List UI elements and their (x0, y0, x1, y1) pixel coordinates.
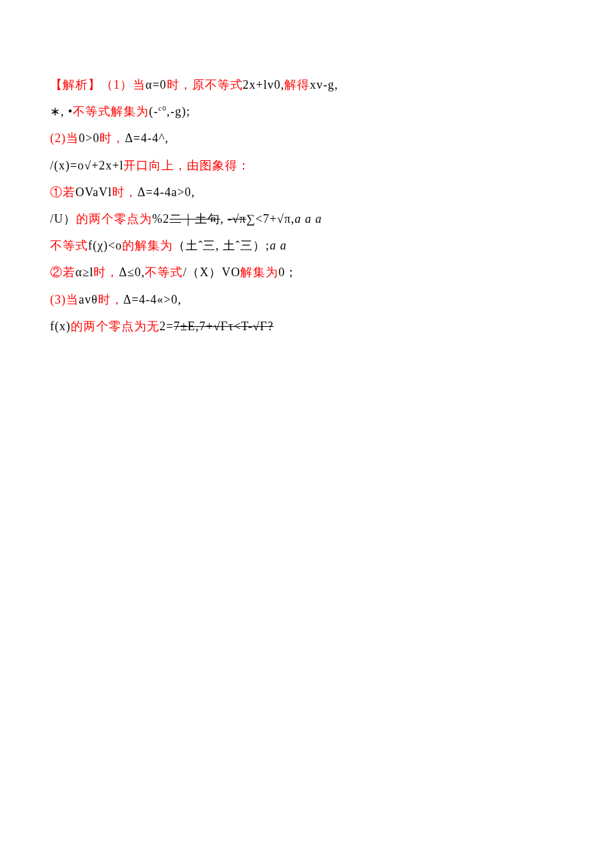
text-segment: ②若 (50, 266, 75, 279)
text-segment: ,-g); (167, 105, 191, 118)
text-line-1: ∗, •不等式解集为(-c0,-g); (50, 100, 564, 123)
text-segment: (2) (50, 131, 66, 145)
text-segment: a a a (295, 212, 322, 226)
text-segment: 的两个零点为 (76, 212, 152, 226)
text-segment: 时， (99, 131, 125, 145)
text-segment: -√π (228, 212, 246, 226)
text-segment: Δ≤0, (119, 266, 145, 279)
text-segment: 不等式 (50, 239, 88, 252)
text-segment: 时， (98, 293, 123, 306)
text-segment: (3) (50, 293, 66, 306)
text-segment: 2x+lv0, (243, 78, 285, 91)
text-segment: 【解析】（1） (50, 78, 133, 91)
text-segment: 二｜土句 (170, 212, 220, 226)
text-line-5: /U）的两个零点为%2二｜土句, -√π∑<7+√π,a a a (50, 207, 564, 230)
text-segment: 时， (112, 185, 137, 199)
text-segment: Δ=4-4«>0, (123, 293, 182, 306)
text-segment: f(x) (50, 320, 71, 333)
text-segment: Δ=4-4a>0, (137, 185, 195, 199)
text-segment: 当 (66, 293, 79, 306)
text-line-3: /(x)=o√+2x+l开口向上，由图象得： (50, 154, 564, 177)
text-segment: 7±E,7+√Гτ<T-√Г? (174, 320, 274, 333)
text-segment: 2= (160, 320, 174, 333)
text-segment: 不等式 (145, 266, 183, 279)
text-segment: ∑<7+√π, (246, 212, 295, 226)
text-segment: /(x)=o√+2x+l (50, 159, 123, 172)
text-segment: Δ=4-4^, (125, 131, 169, 145)
text-line-2: (2)当0>0时，Δ=4-4^, (50, 127, 564, 149)
text-segment: α≥l (75, 266, 93, 279)
text-line-9: f(x)的两个零点为无2=7±E,7+√Гτ<T-√Г? (50, 315, 564, 338)
text-segment: ①若 (50, 185, 75, 199)
document-content: 【解析】（1）当α=0时，原不等式2x+lv0,解得xv-g,∗, •不等式解集… (50, 73, 564, 338)
text-line-0: 【解析】（1）当α=0时，原不等式2x+lv0,解得xv-g, (50, 73, 564, 96)
text-segment: 时，原不等式 (167, 78, 243, 91)
text-segment: a a (270, 239, 287, 252)
text-segment: ∗, • (50, 105, 73, 118)
text-segment: 解得 (284, 78, 310, 91)
text-segment: , (220, 212, 228, 226)
text-line-8: (3)当avθ时，Δ=4-4«>0, (50, 288, 564, 311)
text-segment: c0 (158, 104, 166, 112)
text-segment: 当 (66, 131, 79, 145)
text-segment: 时， (93, 266, 119, 279)
text-segment: (- (149, 105, 158, 118)
text-segment: 当 (133, 78, 145, 91)
text-line-4: ①若OVaVl时，Δ=4-4a>0, (50, 181, 564, 203)
text-segment: /U） (50, 212, 76, 226)
text-segment: avθ (79, 293, 98, 306)
text-segment: 开口向上，由图象得： (123, 159, 250, 172)
text-segment: α=0 (145, 78, 167, 91)
text-segment: xv-g, (310, 78, 338, 91)
text-segment: 解集为 (240, 266, 278, 279)
text-segment: %2 (152, 212, 170, 226)
text-segment: 0>0 (79, 131, 99, 145)
text-segment: 的两个零点为无 (71, 320, 160, 333)
text-segment: 0； (278, 266, 298, 279)
text-segment: （土ˆ三, 土ˆ三）; (173, 239, 270, 252)
text-segment: /（X）VO (183, 266, 240, 279)
text-segment: 不等式解集为 (73, 105, 149, 118)
text-line-6: 不等式f(χ)<o的解集为（土ˆ三, 土ˆ三）;a a (50, 234, 564, 257)
text-segment: 的解集为 (122, 239, 173, 252)
text-segment: f(χ)<o (88, 239, 122, 252)
text-segment: OVaVl (75, 185, 112, 199)
text-line-7: ②若α≥l时，Δ≤0,不等式/（X）VO解集为0； (50, 261, 564, 284)
